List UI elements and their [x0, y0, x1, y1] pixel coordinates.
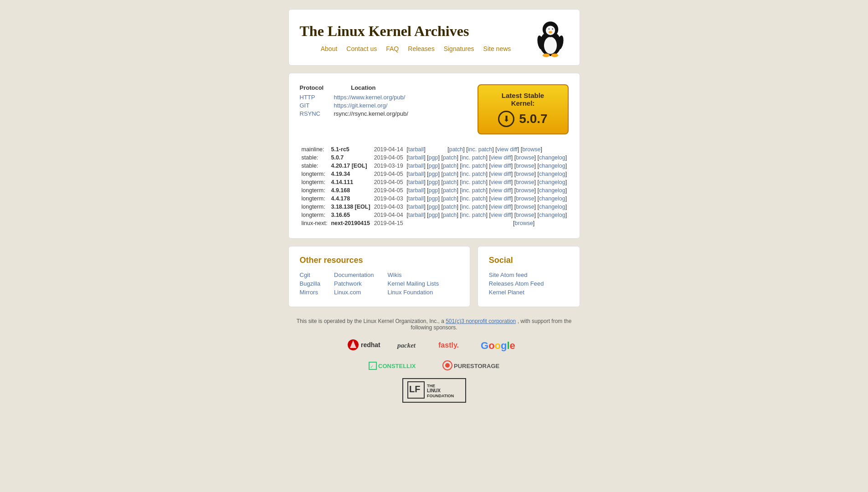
patch-link[interactable]: patch [443, 163, 457, 169]
pgp-link[interactable]: pgp [429, 163, 438, 169]
table-row: stable: 4.20.17 [EOL] 2019-03-19 [tarbal… [300, 162, 569, 170]
changelog-link[interactable]: changelog [539, 195, 565, 202]
changelog-link[interactable]: changelog [539, 154, 565, 161]
tarball-link[interactable]: tarball [408, 171, 424, 177]
proto-git-link[interactable]: GIT [300, 102, 325, 109]
browse-link[interactable]: browse [516, 154, 534, 161]
patch-link[interactable]: patch [449, 146, 463, 153]
pgp-link[interactable]: pgp [429, 212, 438, 218]
view-diff-link[interactable]: view diff [491, 195, 511, 202]
nav-about[interactable]: About [321, 45, 338, 52]
inc-patch-link[interactable]: inc. patch [462, 171, 486, 177]
browse-link[interactable]: browse [516, 187, 534, 194]
inc-patch-link[interactable]: inc. patch [462, 187, 486, 194]
browse-link[interactable]: browse [515, 220, 533, 226]
proto-git-url[interactable]: https://git.kernel.org/ [334, 102, 388, 109]
tarball-link[interactable]: tarball [408, 146, 424, 153]
changelog-link[interactable]: changelog [539, 212, 565, 218]
view-diff-link[interactable]: view diff [491, 154, 511, 161]
patch-link[interactable]: patch [443, 195, 457, 202]
changelog-link[interactable]: changelog [539, 171, 565, 177]
browse-link[interactable]: browse [516, 179, 534, 185]
inc-patch-link[interactable]: inc. patch [462, 204, 486, 210]
patch-link[interactable]: patch [443, 187, 457, 194]
nav-sitenews[interactable]: Site news [483, 45, 511, 52]
changelog-link[interactable]: changelog [539, 179, 565, 185]
changelog-link[interactable]: changelog [539, 204, 565, 210]
proto-http-link[interactable]: HTTP [300, 94, 325, 101]
pgp-link[interactable]: pgp [429, 179, 438, 185]
browse-link[interactable]: browse [522, 146, 540, 153]
proto-http-url[interactable]: https://www.kernel.org/pub/ [334, 94, 406, 101]
kernel-type: stable: [300, 154, 329, 162]
tarball-link[interactable]: tarball [408, 195, 424, 202]
nav-faq[interactable]: FAQ [386, 45, 399, 52]
kernel-mailing-link[interactable]: Kernel Mailing Lists [387, 280, 439, 287]
kernel-version: next-20190415 [329, 219, 372, 227]
kernel-planet-link[interactable]: Kernel Planet [489, 289, 569, 296]
pgp-link[interactable]: pgp [429, 195, 438, 202]
table-row: longterm: 3.18.138 [EOL] 2019-04-03 [tar… [300, 203, 569, 211]
inc-patch-link[interactable]: inc. patch [462, 179, 486, 185]
tarball-link[interactable]: tarball [408, 163, 424, 169]
linux-foundation-link[interactable]: Linux Foundation [387, 289, 439, 296]
documentation-link[interactable]: Documentation [334, 272, 374, 278]
inc-patch-link[interactable]: inc. patch [462, 195, 486, 202]
bugzilla-link[interactable]: Bugzilla [300, 280, 321, 287]
inc-patch-link[interactable]: inc. patch [462, 212, 486, 218]
changelog-link[interactable]: changelog [539, 187, 565, 194]
inc-patch-link[interactable]: inc. patch [462, 154, 486, 161]
nav-signatures[interactable]: Signatures [444, 45, 474, 52]
pgp-link[interactable]: pgp [429, 154, 438, 161]
browse-link[interactable]: browse [516, 204, 534, 210]
patch-link[interactable]: patch [443, 179, 457, 185]
protocol-table: Protocol Location HTTP https://www.kerne… [300, 84, 408, 118]
releases-atom-feed-link[interactable]: Releases Atom Feed [489, 280, 569, 287]
site-atom-feed-link[interactable]: Site Atom feed [489, 272, 569, 278]
pgp-link[interactable]: pgp [429, 187, 438, 194]
kernel-date: 2019-04-05 [372, 178, 405, 186]
patch-link[interactable]: patch [443, 154, 457, 161]
tarball-link[interactable]: tarball [408, 154, 424, 161]
kernel-version: 5.1-rc5 [329, 145, 372, 154]
view-diff-link[interactable]: view diff [491, 187, 511, 194]
download-icon[interactable]: ⬇ [498, 111, 514, 127]
patchwork-link[interactable]: Patchwork [334, 280, 374, 287]
pgp-link[interactable]: pgp [429, 204, 438, 210]
view-diff-link[interactable]: view diff [491, 204, 511, 210]
mirrors-link[interactable]: Mirrors [300, 289, 321, 296]
wikis-link[interactable]: Wikis [387, 272, 439, 278]
view-diff-link[interactable]: view diff [497, 146, 518, 153]
cgit-link[interactable]: Cgit [300, 272, 321, 278]
view-diff-link[interactable]: view diff [491, 212, 511, 218]
browse-link[interactable]: browse [516, 171, 534, 177]
svg-text:redhat: redhat [361, 341, 380, 348]
view-diff-link[interactable]: view diff [491, 179, 511, 185]
inc-patch-link[interactable]: inc. patch [468, 146, 493, 153]
svg-point-3 [545, 26, 555, 35]
browse-link[interactable]: browse [516, 163, 534, 169]
nav-releases[interactable]: Releases [408, 45, 434, 52]
tarball-link[interactable]: tarball [408, 187, 424, 194]
patch-link[interactable]: patch [443, 212, 457, 218]
linuxcom-link[interactable]: Linux.com [334, 289, 374, 296]
browse-link[interactable]: browse [516, 195, 534, 202]
nav-contact[interactable]: Contact us [346, 45, 377, 52]
kernel-date: 2019-04-05 [372, 170, 405, 178]
nonprofit-link[interactable]: 501(c)3 nonprofit corporation [446, 318, 516, 324]
patch-link[interactable]: patch [443, 171, 457, 177]
kernel-date: 2019-04-05 [372, 186, 405, 195]
tarball-link[interactable]: tarball [408, 204, 424, 210]
tarball-link[interactable]: tarball [408, 212, 424, 218]
patch-link[interactable]: patch [443, 204, 457, 210]
view-diff-link[interactable]: view diff [491, 171, 511, 177]
changelog-link[interactable]: changelog [539, 163, 565, 169]
latest-kernel-download: ⬇ 5.0.7 [489, 111, 557, 127]
tarball-link[interactable]: tarball [408, 179, 424, 185]
browse-link[interactable]: browse [516, 212, 534, 218]
proto-rsync-link[interactable]: RSYNC [300, 110, 325, 117]
view-diff-link[interactable]: view diff [491, 163, 511, 169]
kernel-date: 2019-04-14 [372, 145, 405, 154]
inc-patch-link[interactable]: inc. patch [462, 163, 486, 169]
pgp-link[interactable]: pgp [429, 171, 438, 177]
